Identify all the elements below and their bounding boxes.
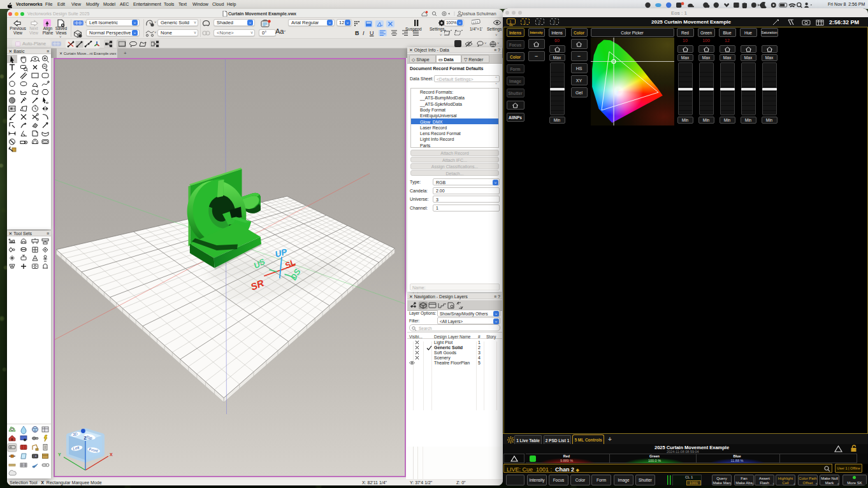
svg-text:1: 1 [509, 20, 512, 24]
svg-text:X: X [110, 452, 113, 457]
svg-text:1: 1 [524, 20, 526, 24]
svg-text:Y: Y [58, 452, 61, 457]
svg-text:Z: Z [84, 436, 87, 440]
svg-text:3: 3 [553, 20, 556, 24]
svg-text:2: 2 [539, 20, 541, 24]
